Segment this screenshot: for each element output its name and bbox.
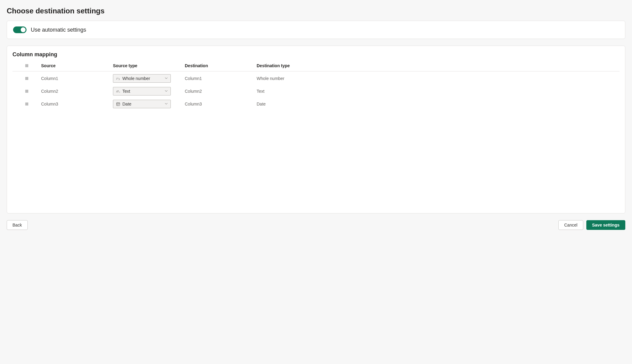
row-checkbox-cell [12,77,41,80]
destination-cell: Column2 [185,89,257,94]
table-row: Column2 A B C Text Column2 [12,85,620,97]
source-type-dropdown[interactable]: Date [113,100,171,108]
header-checkbox-cell [12,64,41,67]
calendar-icon [116,102,121,106]
table-row: Column1 1 2 3 Whole number [12,73,620,84]
destination-cell: Column3 [185,102,257,106]
svg-rect-10 [117,104,118,105]
row-checkbox-cell [12,90,41,93]
footer-actions: Back Cancel Save settings [7,220,625,230]
destination-type-cell: Whole number [257,76,620,81]
dropdown-value: Whole number [122,76,163,81]
automatic-settings-toggle[interactable] [13,26,26,33]
text-icon: A B C [116,89,121,94]
svg-text:C: C [119,91,120,93]
save-settings-button[interactable]: Save settings [586,220,625,230]
automatic-settings-label: Use automatic settings [31,27,86,33]
automatic-settings-card: Use automatic settings [7,21,625,39]
header-destination: Destination [185,63,257,68]
source-cell: Column3 [41,102,113,106]
source-type-cell: 1 2 3 Whole number [113,74,185,83]
source-type-dropdown[interactable]: A B C Text [113,87,171,95]
header-source-type: Source type [113,63,185,68]
source-type-dropdown[interactable]: 1 2 3 Whole number [113,74,171,83]
row-checkbox-cell [12,102,41,106]
back-button[interactable]: Back [7,220,28,230]
source-cell: Column1 [41,76,113,81]
column-mapping-card: Column mapping Source Source type Destin… [7,46,625,213]
source-cell: Column2 [41,89,113,94]
footer-right-group: Cancel Save settings [558,220,625,230]
destination-type-cell: Text [257,89,620,94]
svg-rect-12 [119,104,119,105]
dropdown-value: Date [122,102,163,106]
svg-text:3: 3 [118,78,120,81]
select-all-checkbox[interactable] [25,64,28,67]
row-checkbox[interactable] [25,102,28,106]
table-row: Column3 [12,98,620,110]
destination-type-cell: Date [257,102,620,106]
svg-rect-14 [118,105,118,106]
column-mapping-table: Source Source type Destination Destinati… [12,63,620,110]
chevron-down-icon [164,76,168,81]
toggle-knob [21,27,26,32]
number-icon: 1 2 3 [116,76,121,81]
cancel-button[interactable]: Cancel [558,220,583,230]
svg-rect-11 [118,104,118,105]
header-source: Source [41,63,113,68]
page-title: Choose destination settings [7,0,625,21]
chevron-down-icon [164,89,168,94]
header-destination-type: Destination type [257,63,620,68]
row-checkbox[interactable] [25,77,28,80]
chevron-down-icon [164,102,168,106]
row-checkbox[interactable] [25,90,28,93]
destination-cell: Column1 [185,76,257,81]
column-mapping-title: Column mapping [12,51,620,58]
source-type-cell: Date [113,100,185,108]
svg-rect-13 [117,105,118,106]
source-type-cell: A B C Text [113,87,185,95]
table-header-row: Source Source type Destination Destinati… [12,63,620,71]
dropdown-value: Text [122,89,163,94]
